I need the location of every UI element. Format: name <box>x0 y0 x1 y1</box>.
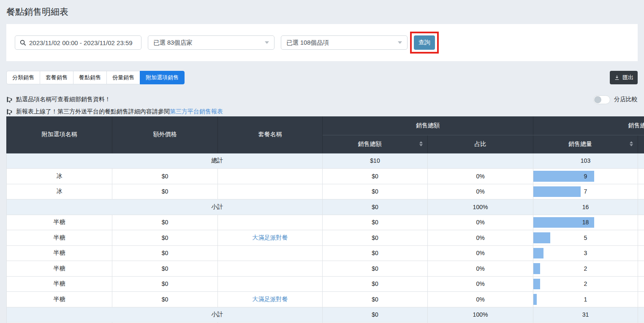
tab-份量銷售[interactable]: 份量銷售 <box>106 71 140 84</box>
cell-qty: 2 <box>533 261 638 277</box>
cell-extra-price: $0 <box>112 169 218 184</box>
cell-extra-price: $0 <box>112 292 218 307</box>
news-link[interactable]: 第三方平台銷售報表 <box>170 108 223 115</box>
qty-bar <box>533 279 540 290</box>
cell-amount: $0 <box>323 245 428 261</box>
cell-combo <box>218 184 323 199</box>
table-row: 半糖$0$00%2 <box>7 261 644 277</box>
cell-amount: $0 <box>323 292 428 307</box>
date-range-value: 2023/11/02 00:00 - 2023/11/02 23:59 <box>29 39 133 46</box>
report-tabs: 分類銷售套餐銷售餐點銷售份量銷售附加選項銷售 <box>6 71 185 84</box>
cell-amount: $0 <box>323 169 428 184</box>
summary-amount: $10 <box>323 153 428 169</box>
cell-extra-price: $0 <box>112 230 218 246</box>
cell-amount: $0 <box>323 261 428 277</box>
cell-extra-price: $0 <box>112 245 218 261</box>
col-share-2: 占比 <box>638 135 644 153</box>
qty-bar <box>533 232 550 243</box>
cell-share: 0% <box>428 245 533 261</box>
col-share: 占比 <box>428 135 533 153</box>
col-sales-qty[interactable]: 銷售總量 <box>533 135 638 153</box>
megaphone-icon <box>6 96 13 103</box>
cell-extra-price: $0 <box>112 184 218 199</box>
store-select[interactable]: 已選 83個店家 <box>148 35 274 50</box>
qty-bar <box>533 294 537 305</box>
cell-share: 0% <box>428 261 533 277</box>
combo-link[interactable]: 大滿足派對餐 <box>253 296 288 302</box>
table-row: 半糖$0$00%2 <box>7 276 644 292</box>
cell-option-name: 冰 <box>7 184 112 199</box>
cell-share: 0% <box>428 215 533 230</box>
cell-option-name: 半糖 <box>7 245 112 261</box>
cell-option-name: 冰 <box>7 169 112 184</box>
cell-amount: $0 <box>323 230 428 246</box>
table-row: 冰$0$00%7 <box>7 184 644 199</box>
cell-qty: 9 <box>533 169 638 184</box>
tab-餐點銷售[interactable]: 餐點銷售 <box>73 71 107 84</box>
branch-compare-label: 分店比較 <box>614 96 638 103</box>
summary-qty: 103 <box>533 153 638 169</box>
summary-share: 100% <box>428 199 533 215</box>
tab-附加選項銷售[interactable]: 附加選項銷售 <box>140 71 185 84</box>
store-select-value: 已選 83個店家 <box>153 39 193 47</box>
table-row: 冰$0$00%9 <box>7 169 644 184</box>
summary-share <box>428 153 533 169</box>
megaphone-icon <box>6 108 13 115</box>
tip-notice: 點選品項名稱可查看細部銷售資料！ <box>6 96 111 103</box>
cell-combo: 大滿足派對餐 <box>218 292 323 307</box>
cell-share: 0% <box>428 292 533 307</box>
cell-extra-price: $0 <box>112 276 218 292</box>
combo-link[interactable]: 大滿足派對餐 <box>253 234 288 241</box>
col-combo-name: 套餐名稱 <box>218 116 323 153</box>
cell-share: 0% <box>428 169 533 184</box>
table-row: 半糖$0大滿足派對餐$00%5 <box>7 230 644 246</box>
total-row: 總計$10103 <box>7 153 644 169</box>
cell-combo <box>218 215 323 230</box>
cell-combo <box>218 245 323 261</box>
tab-分類銷售[interactable]: 分類銷售 <box>6 71 40 84</box>
summary-qty: 31 <box>533 307 638 323</box>
summary-label: 總計 <box>112 153 323 169</box>
cell-share: 0% <box>428 230 533 246</box>
news-notice: 新報表上線了！第三方外送平台的餐點銷售詳細內容請參閱第三方平台銷售報表 <box>6 108 638 116</box>
export-label: 匯出 <box>622 74 633 81</box>
cell-share: 0% <box>428 276 533 292</box>
cell-option-name: 半糖 <box>7 215 112 230</box>
date-range-input[interactable]: 2023/11/02 00:00 - 2023/11/02 23:59 <box>15 35 141 50</box>
cell-option-name: 半糖 <box>7 292 112 307</box>
col-extra-price: 額外價格 <box>112 116 218 153</box>
col-option-name: 附加選項名稱 <box>7 116 112 153</box>
query-button[interactable]: 查詢 <box>414 35 435 50</box>
chevron-down-icon <box>398 41 402 44</box>
news-text: 新報表上線了！第三方外送平台的餐點銷售詳細內容請參閱第三方平台銷售報表 <box>16 108 223 116</box>
cell-qty: 2 <box>533 276 638 292</box>
cell-qty: 7 <box>533 184 638 199</box>
cell-qty: 1 <box>533 292 638 307</box>
cell-share: 0% <box>428 184 533 199</box>
sales-table-wrap: 附加選項名稱額外價格套餐名稱銷售總額銷售總量銷售總額占比銷售總量占比 總計$10… <box>6 116 644 323</box>
download-icon <box>614 75 620 81</box>
qty-bar <box>533 263 540 274</box>
chevron-down-icon <box>265 41 269 44</box>
summary-label: 小計 <box>112 307 323 323</box>
cell-qty: 3 <box>533 245 638 261</box>
cell-combo <box>218 276 323 292</box>
subtotal-row: 小計$0100%16 <box>7 199 644 215</box>
export-button[interactable]: 匯出 <box>610 71 638 84</box>
summary-amount: $0 <box>323 307 428 323</box>
annotation-highlight-box: 查詢 <box>410 32 439 54</box>
tip-text: 點選品項名稱可查看細部銷售資料！ <box>16 96 111 103</box>
cell-combo <box>218 169 323 184</box>
col-sales-amount[interactable]: 銷售總額 <box>323 135 428 153</box>
cell-amount: $0 <box>323 215 428 230</box>
sales-table: 附加選項名稱額外價格套餐名稱銷售總額銷售總量銷售總額占比銷售總量占比 總計$10… <box>6 116 644 323</box>
cell-combo: 大滿足派對餐 <box>218 230 323 246</box>
item-select[interactable]: 已選 108個品項 <box>281 35 408 50</box>
summary-amount: $0 <box>323 199 428 215</box>
toggle-knob <box>594 96 601 103</box>
cell-amount: $0 <box>323 276 428 292</box>
summary-qty: 16 <box>533 199 638 215</box>
cell-option-name: 半糖 <box>7 276 112 292</box>
tab-套餐銷售[interactable]: 套餐銷售 <box>40 71 73 84</box>
branch-compare-toggle[interactable] <box>593 95 610 104</box>
